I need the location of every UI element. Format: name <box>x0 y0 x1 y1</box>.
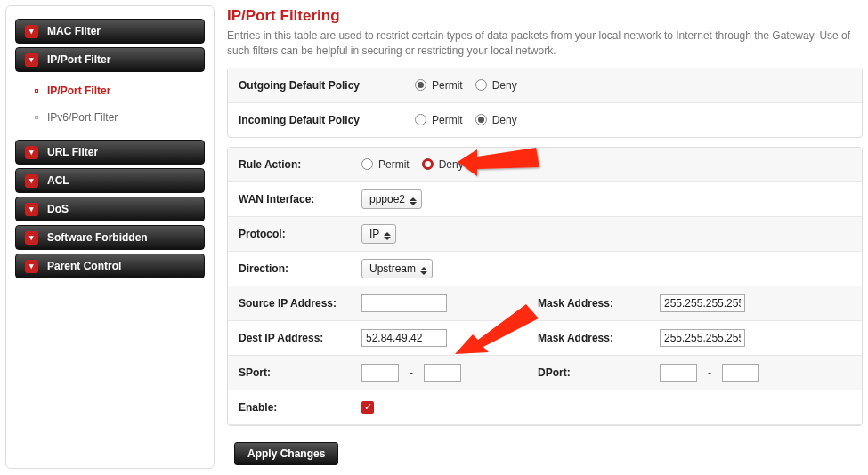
nav-label: URL Filter <box>47 146 98 158</box>
bullet-icon <box>35 116 38 119</box>
chevron-down-icon: ▾ <box>25 231 38 245</box>
sidebar: ▾ MAC Filter ▾ IP/Port Filter IP/Port Fi… <box>5 5 215 469</box>
direction-select[interactable]: Upstream <box>361 259 433 278</box>
enable-label: Enable: <box>228 390 353 424</box>
apply-changes-button[interactable]: Apply Changes <box>234 442 338 465</box>
dest-mask-label: Mask Address: <box>531 321 651 355</box>
nav-label: Software Forbidden <box>47 231 148 244</box>
chevron-down-icon: ▾ <box>25 260 38 273</box>
select-value: IP <box>369 228 379 240</box>
incoming-policy-label: Incoming Default Policy <box>228 103 406 137</box>
dport-from-input[interactable] <box>660 364 697 382</box>
nav-label: IP/Port Filter <box>47 53 110 66</box>
protocol-label: Protocol: <box>228 217 353 251</box>
dport-to-input[interactable] <box>722 364 759 382</box>
nav-acl[interactable]: ▾ ACL <box>15 168 205 193</box>
protocol-select[interactable]: IP <box>361 224 396 244</box>
wan-interface-select[interactable]: pppoe2 <box>361 189 422 209</box>
rule-action-label: Rule Action: <box>228 148 353 181</box>
rule-panel: Rule Action: Permit Deny WAN Interface: … <box>227 147 863 426</box>
sub-item-ipport[interactable]: IP/Port Filter <box>15 77 205 104</box>
page-desc: Entries in this table are used to restri… <box>227 28 863 59</box>
chevron-down-icon: ▾ <box>25 53 38 67</box>
sub-label: IPv6/Port Filter <box>47 111 118 124</box>
enable-checkbox[interactable]: ✓ <box>361 401 374 414</box>
nav-ip-port-filter[interactable]: ▾ IP/Port Filter <box>15 47 205 72</box>
outgoing-deny-radio[interactable] <box>475 79 487 91</box>
dest-ip-label: Dest IP Address: <box>228 321 353 355</box>
dport-label: DPort: <box>531 356 651 390</box>
rule-permit-radio[interactable] <box>361 158 373 170</box>
rule-deny-radio[interactable] <box>422 158 434 170</box>
nav-mac-filter[interactable]: ▾ MAC Filter <box>15 19 205 44</box>
deny-label: Deny <box>492 79 517 92</box>
chevron-down-icon: ▾ <box>25 174 38 188</box>
outgoing-policy-label: Outgoing Default Policy <box>228 68 406 102</box>
nav-software-forbidden[interactable]: ▾ Software Forbidden <box>15 225 205 250</box>
nav-label: Parent Control <box>47 260 121 272</box>
source-mask-input[interactable] <box>660 294 745 312</box>
nav-parent-control[interactable]: ▾ Parent Control <box>15 254 205 278</box>
dash: - <box>404 366 418 379</box>
page-title: IP/Port Filtering <box>227 7 863 25</box>
dest-ip-input[interactable] <box>361 329 447 347</box>
outgoing-permit-radio[interactable] <box>415 79 426 91</box>
nav-label: MAC Filter <box>47 25 101 37</box>
wan-interface-label: WAN Interface: <box>228 182 353 216</box>
button-label: Apply Changes <box>247 447 325 460</box>
nav-url-filter[interactable]: ▾ URL Filter <box>15 140 205 165</box>
chevron-down-icon: ▾ <box>25 203 38 216</box>
chevron-down-icon: ▾ <box>25 25 38 38</box>
permit-label: Permit <box>432 79 463 92</box>
incoming-deny-radio[interactable] <box>475 114 487 125</box>
bullet-icon <box>35 89 38 93</box>
policy-panel: Outgoing Default Policy Permit Deny Inco… <box>227 68 863 138</box>
main-content: IP/Port Filtering Entries in this table … <box>227 5 863 469</box>
permit-label: Permit <box>432 114 463 126</box>
sub-item-ipv6port[interactable]: IPv6/Port Filter <box>15 104 205 131</box>
sport-label: SPort: <box>228 356 353 390</box>
nav-dos[interactable]: ▾ DoS <box>15 197 205 221</box>
direction-label: Direction: <box>228 252 353 286</box>
chevron-down-icon: ▾ <box>25 146 38 159</box>
dest-mask-input[interactable] <box>660 329 745 347</box>
sport-to-input[interactable] <box>424 364 461 382</box>
sport-from-input[interactable] <box>361 364 399 382</box>
source-ip-input[interactable] <box>361 294 447 312</box>
nav-label: ACL <box>47 174 69 187</box>
source-mask-label: Mask Address: <box>531 286 651 320</box>
source-ip-label: Source IP Address: <box>228 286 353 320</box>
permit-label: Permit <box>378 158 410 171</box>
sub-label: IP/Port Filter <box>47 85 110 97</box>
incoming-permit-radio[interactable] <box>415 114 426 125</box>
nav-label: DoS <box>47 203 69 215</box>
select-value: Upstream <box>369 262 416 275</box>
sub-list: IP/Port Filter IPv6/Port Filter <box>15 77 205 131</box>
deny-label: Deny <box>492 114 517 126</box>
dash: - <box>702 366 717 379</box>
select-value: pppoe2 <box>369 193 405 205</box>
deny-label: Deny <box>439 158 464 171</box>
